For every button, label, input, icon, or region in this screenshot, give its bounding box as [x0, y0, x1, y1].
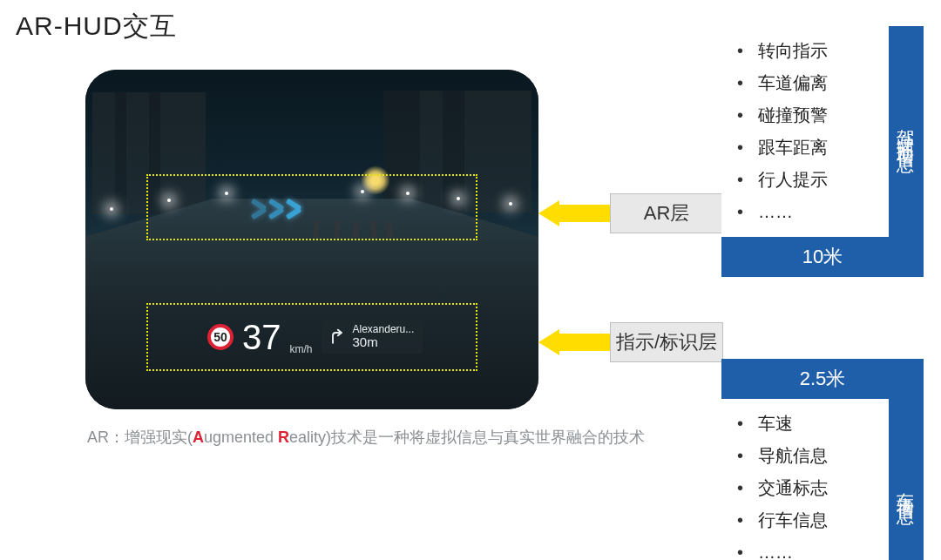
list-item: 车道偏离	[737, 67, 885, 99]
speed-value: 37	[242, 320, 281, 354]
turn-right-icon	[328, 328, 346, 346]
nav-distance: 30m	[353, 335, 415, 350]
vehicle-list: 车速导航信息交通标志行车信息……	[721, 399, 889, 560]
vehicle-title-tab: 车辆信息	[889, 399, 924, 560]
vehicle-panel: 车速导航信息交通标志行车信息…… 车辆信息	[721, 399, 924, 560]
caption-text: AR：增强现实(Augmented Reality)技术是一种将虚拟信息与真实世…	[87, 427, 645, 448]
list-item: 导航信息	[737, 440, 885, 472]
adas-panel: 转向指示车道偏离碰撞预警跟车距离行人提示…… 驾驶辅助信息	[721, 26, 924, 237]
list-item: 交通标志	[737, 472, 885, 504]
list-item: ……	[737, 536, 885, 560]
nav-box: Alexanderu... 30m	[322, 320, 423, 354]
ar-distance-bar: 10米	[721, 237, 924, 277]
indicator-distance-bar: 2.5米	[721, 359, 924, 399]
list-item: 行人提示	[737, 164, 885, 196]
hud-panel: 50 37 km/h Alexanderu... 30m	[207, 314, 460, 361]
speed-unit: km/h	[290, 343, 313, 355]
label-ar-layer: AR层	[610, 193, 723, 233]
list-item: 行车信息	[737, 504, 885, 536]
arrow-indicator-icon	[538, 329, 617, 355]
list-item: 车速	[737, 408, 885, 440]
arrow-ar-icon	[538, 200, 617, 226]
windshield-scene: 50 37 km/h Alexanderu... 30m	[85, 70, 538, 409]
list-item: 碰撞预警	[737, 99, 885, 132]
adas-list: 转向指示车道偏离碰撞预警跟车距离行人提示……	[721, 26, 889, 237]
ar-layer-zone	[146, 174, 477, 240]
label-indicator-layer: 指示/标识层	[610, 322, 723, 362]
adas-title-tab: 驾驶辅助信息	[889, 26, 924, 237]
ar-chevrons-icon	[251, 199, 303, 223]
page-title: AR-HUD交互	[16, 9, 177, 44]
list-item: 转向指示	[737, 35, 885, 67]
list-item: ……	[737, 196, 885, 228]
speed-limit-sign-icon: 50	[207, 324, 234, 350]
list-item: 跟车距离	[737, 132, 885, 164]
